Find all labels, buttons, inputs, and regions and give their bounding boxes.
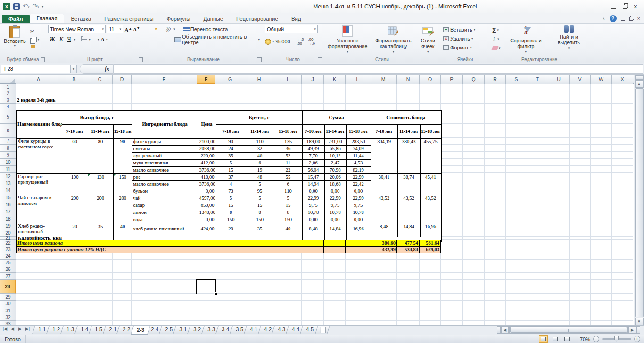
- gross-cell[interactable]: 5: [246, 180, 274, 188]
- insert-worksheet-button[interactable]: [315, 326, 330, 334]
- workbook-close-icon[interactable]: ×: [637, 16, 640, 21]
- row-header-24[interactable]: 24: [0, 253, 16, 260]
- font-family-combo[interactable]: Times New Roman▾: [48, 25, 106, 33]
- first-sheet-icon[interactable]: |◀: [1, 327, 8, 331]
- restore-button[interactable]: [623, 5, 627, 9]
- dish-name-cell[interactable]: Хлеб ржано-пшеничный: [17, 223, 62, 235]
- row-header-16[interactable]: 16: [0, 201, 16, 208]
- gross-cell[interactable]: 8: [246, 209, 274, 216]
- row-header-28[interactable]: 28: [0, 280, 16, 294]
- window-split-handle[interactable]: [636, 326, 640, 334]
- ribbon-tab-Главная[interactable]: Главная: [30, 14, 65, 23]
- customize-qat-button[interactable]: ▾: [42, 3, 44, 10]
- sum-cell[interactable]: 0,00: [302, 216, 324, 223]
- gross-cell[interactable]: 150: [274, 216, 302, 223]
- scroll-down-icon[interactable]: ▼: [635, 318, 644, 325]
- price-cell[interactable]: 0,00: [198, 216, 216, 223]
- column-header-U[interactable]: U: [548, 75, 570, 84]
- name-box[interactable]: F28: [1, 65, 71, 74]
- zoom-out-icon[interactable]: −: [593, 336, 599, 342]
- row-header-14[interactable]: 14: [0, 187, 16, 194]
- menu-table[interactable]: Наименование блюдВыход блюда, гИнгредиен…: [16, 110, 442, 242]
- format-cells-button[interactable]: Формат▾: [443, 43, 487, 52]
- bold-button[interactable]: Ж: [48, 36, 57, 43]
- column-header-D[interactable]: D: [113, 75, 132, 84]
- gross-cell[interactable]: 22: [274, 166, 302, 173]
- autosum-button[interactable]: Σ▾: [491, 26, 502, 34]
- sum-cell[interactable]: 2,47: [324, 159, 346, 166]
- sum-cell[interactable]: 0,00: [346, 188, 371, 195]
- undo-button[interactable]: ↶▾: [23, 3, 29, 10]
- sheet-tab-2-3[interactable]: 2-3: [131, 326, 150, 335]
- gross-cell[interactable]: 20: [216, 223, 246, 235]
- row-header-13[interactable]: 13: [0, 180, 16, 187]
- ingredient-cell[interactable]: сахар: [132, 202, 198, 209]
- totals-row-price[interactable]: Итого цена рациона386,60477,54561,64: [16, 240, 441, 246]
- column-header-M[interactable]: M: [370, 75, 397, 84]
- sum-cell[interactable]: 9,75: [302, 202, 324, 209]
- name-box-dropdown-icon[interactable]: ▼: [71, 65, 77, 74]
- sum-cell[interactable]: 15,47: [302, 173, 324, 180]
- borders-icon[interactable]: [81, 36, 87, 42]
- row-header-23[interactable]: 23: [0, 246, 16, 253]
- cost-cell[interactable]: 16,96: [420, 223, 441, 235]
- alignment-dialog-launcher-icon[interactable]: [257, 57, 262, 62]
- gross-cell[interactable]: 95: [246, 188, 274, 195]
- close-button[interactable]: ×: [634, 4, 637, 9]
- sum-cell[interactable]: 14,94: [302, 180, 324, 188]
- ribbon-tab-Рецензирование[interactable]: Рецензирование: [230, 15, 285, 23]
- fill-button[interactable]: ⇩▾: [491, 35, 502, 43]
- zoom-in-icon[interactable]: +: [634, 336, 640, 342]
- sum-cell[interactable]: 0,00: [346, 216, 371, 223]
- gross-cell[interactable]: 150: [246, 216, 274, 223]
- sum-cell[interactable]: 2,06: [302, 159, 324, 166]
- grow-font-button[interactable]: А▲: [124, 26, 132, 33]
- row-header-3[interactable]: 3: [0, 97, 16, 104]
- sum-cell[interactable]: 4,53: [346, 159, 371, 166]
- page-layout-view-button[interactable]: [551, 335, 560, 343]
- gross-cell[interactable]: 5: [246, 195, 274, 202]
- price-cell[interactable]: 1348,00: [198, 209, 216, 216]
- column-header-X[interactable]: X: [612, 75, 633, 84]
- paste-button[interactable]: Вставить▾: [2, 25, 28, 52]
- sum-cell[interactable]: 82,19: [346, 166, 371, 173]
- sum-cell[interactable]: 74,09: [346, 145, 371, 152]
- gross-cell[interactable]: 11: [274, 159, 302, 166]
- row-header-21[interactable]: 21: [0, 237, 16, 240]
- prev-sheet-icon[interactable]: ◀: [9, 327, 16, 331]
- dish-name-cell[interactable]: Филе курицы в сметанном соусе: [17, 138, 62, 173]
- align-bottom-button[interactable]: [155, 28, 157, 30]
- row-header-7[interactable]: 7: [0, 138, 16, 145]
- row-header-25[interactable]: 25: [0, 260, 16, 266]
- ribbon-tab-Формулы[interactable]: Формулы: [160, 15, 197, 23]
- row-header-2[interactable]: 2: [0, 90, 16, 97]
- gross-cell[interactable]: 110: [246, 138, 274, 145]
- cost-cell[interactable]: 8,48: [371, 223, 397, 235]
- cost-cell[interactable]: 45,41: [420, 173, 441, 195]
- column-header-G[interactable]: G: [215, 75, 245, 84]
- vertical-split-handle[interactable]: [635, 75, 644, 80]
- align-top-button[interactable]: [146, 28, 149, 30]
- align-left-button[interactable]: [146, 39, 149, 41]
- row-header-15[interactable]: 15: [0, 194, 16, 201]
- increase-indent-button[interactable]: [166, 39, 169, 41]
- align-center-button[interactable]: [150, 39, 153, 41]
- cost-cell[interactable]: 43,52: [371, 195, 397, 223]
- sum-cell[interactable]: 56,04: [302, 166, 324, 173]
- last-sheet-icon[interactable]: ▶|: [24, 327, 31, 331]
- column-header-O[interactable]: O: [420, 75, 441, 84]
- output-cell[interactable]: 20: [62, 223, 88, 235]
- copy-button[interactable]: ▾: [29, 35, 41, 44]
- price-cell[interactable]: 650,00: [198, 202, 216, 209]
- column-header-L[interactable]: L: [346, 75, 370, 84]
- workbook-restore-icon[interactable]: [629, 17, 633, 21]
- number-dialog-launcher-icon[interactable]: [318, 57, 322, 62]
- align-middle-button[interactable]: [150, 28, 153, 30]
- help-icon[interactable]: ?: [610, 15, 617, 22]
- price-cell[interactable]: 4597,00: [198, 195, 216, 202]
- ribbon-tab-Вставка[interactable]: Вставка: [64, 15, 98, 23]
- scroll-left-icon[interactable]: ◀: [501, 326, 509, 334]
- active-cell-cursor[interactable]: [196, 279, 216, 294]
- column-header-E[interactable]: E: [132, 75, 197, 84]
- sum-cell[interactable]: 22,99: [346, 195, 371, 202]
